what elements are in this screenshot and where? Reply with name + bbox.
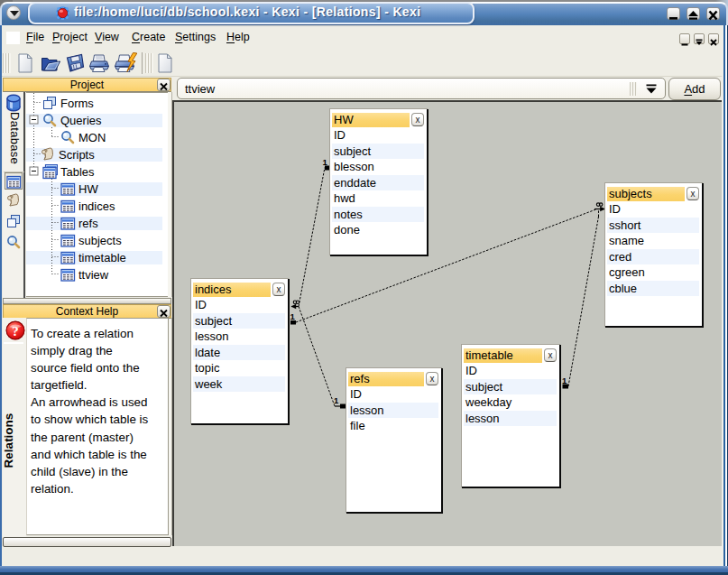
svg-text:?: ? [12, 324, 19, 339]
svg-text:1: 1 [290, 311, 296, 321]
svg-text:1: 1 [334, 395, 339, 405]
svg-text:1: 1 [323, 157, 328, 167]
svg-text:1: 1 [562, 376, 567, 385]
